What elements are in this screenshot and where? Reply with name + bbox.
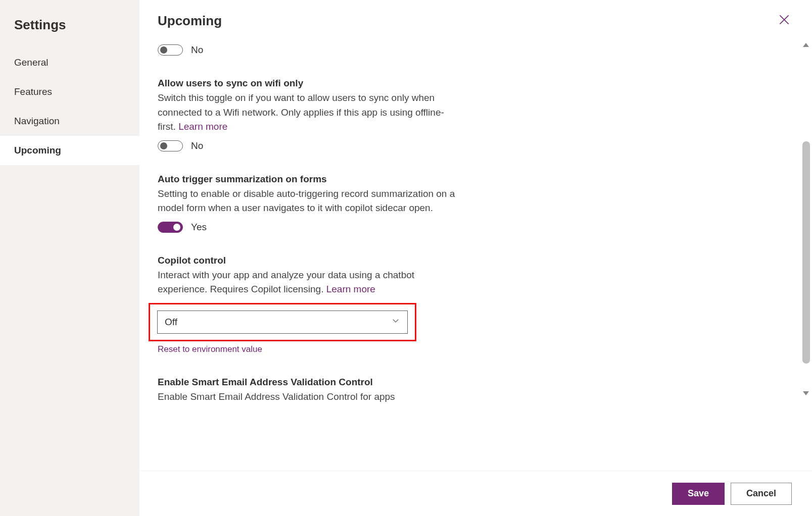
smart-email-description: Enable Smart Email Address Validation Co… (158, 390, 461, 404)
copilot-control-description: Interact with your app and analyze your … (158, 268, 461, 297)
auto-summarization-toggle[interactable] (158, 222, 183, 233)
sidebar-title: Settings (0, 10, 139, 48)
scroll-down-button[interactable] (802, 390, 810, 397)
previous-setting-toggle[interactable] (158, 44, 183, 56)
copilot-control-title: Copilot control (158, 255, 461, 266)
save-button[interactable]: Save (672, 483, 725, 505)
sidebar-item-features[interactable]: Features (0, 77, 139, 107)
chevron-down-icon (391, 316, 400, 328)
sidebar-item-navigation[interactable]: Navigation (0, 107, 139, 136)
wifi-sync-toggle[interactable] (158, 140, 183, 151)
close-icon (778, 13, 791, 28)
wifi-sync-toggle-label: No (191, 140, 203, 151)
smart-email-title: Enable Smart Email Address Validation Co… (158, 377, 461, 388)
previous-setting-toggle-label: No (191, 44, 203, 56)
wifi-sync-title: Allow users to sync on wifi only (158, 78, 461, 89)
scroll-up-button[interactable] (802, 41, 810, 48)
main-panel: Upcoming No Allow users to sync on (139, 0, 812, 516)
copilot-reset-link[interactable]: Reset to environment value (158, 344, 262, 354)
copilot-learn-more-link[interactable]: Learn more (326, 284, 375, 294)
content-scroll[interactable]: No Allow users to sync on wifi only Swit… (139, 31, 812, 516)
close-button[interactable] (775, 10, 794, 31)
wifi-sync-description: Switch this toggle on if you want to all… (158, 91, 461, 134)
copilot-control-select[interactable]: Off (157, 311, 408, 334)
copilot-select-value: Off (165, 317, 177, 328)
scrollbar-thumb[interactable] (802, 141, 810, 364)
wifi-sync-learn-more-link[interactable]: Learn more (178, 121, 227, 132)
sidebar-item-general[interactable]: General (0, 48, 139, 77)
auto-summarization-title: Auto trigger summarization on forms (158, 174, 461, 185)
auto-summarization-description: Setting to enable or disable auto-trigge… (158, 187, 461, 216)
copilot-select-highlight: Off (149, 303, 416, 341)
cancel-button[interactable]: Cancel (731, 483, 792, 505)
footer-actions: Save Cancel (139, 471, 812, 516)
auto-summarization-toggle-label: Yes (191, 222, 207, 233)
sidebar-item-upcoming[interactable]: Upcoming (0, 136, 139, 165)
page-title: Upcoming (158, 13, 222, 29)
settings-sidebar: Settings General Features Navigation Upc… (0, 0, 139, 516)
